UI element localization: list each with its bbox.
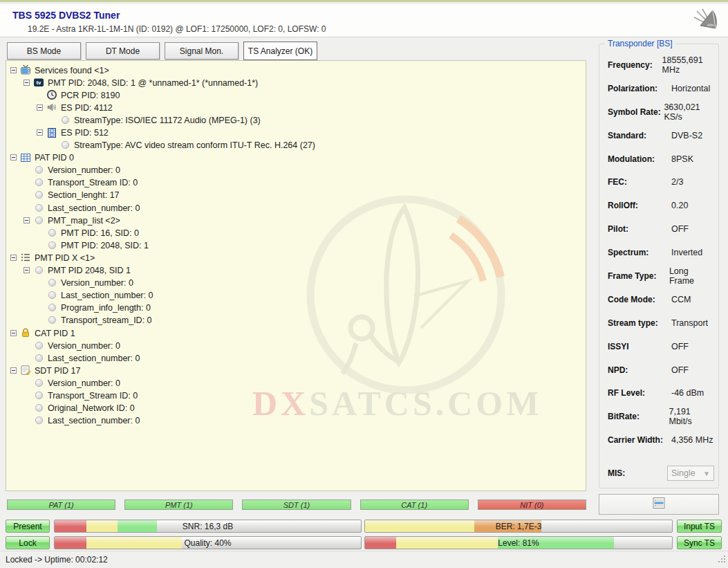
tree-row-label: Original_Network ID: 0 [48, 403, 135, 413]
mis-dropdown[interactable]: Single ▼ [667, 466, 714, 481]
field-value: Transport [671, 318, 708, 328]
tree-row[interactable]: PMT_map_list <2> [6, 214, 586, 226]
tree-collapse-box[interactable] [37, 129, 43, 136]
tree-row[interactable]: PMT PID 2048, SID 1 [6, 264, 586, 277]
tree-collapse-box[interactable] [10, 67, 17, 73]
film-icon [46, 127, 57, 138]
ball-icon [46, 302, 57, 313]
tree-row[interactable]: StreamType: ISO/IEC 11172 Audio (MPEG-1)… [6, 113, 586, 126]
tree-row[interactable]: PCR PID: 8190 [6, 89, 586, 101]
input-ts-button[interactable]: Input TS [677, 520, 722, 533]
transponder-field: RollOff:0.20 [608, 194, 714, 217]
ball-icon [33, 190, 44, 201]
tree-row-label: Last_section_number: 0 [48, 353, 140, 363]
ball-icon [33, 165, 44, 176]
tree-row[interactable]: Version_number: 0 [6, 164, 586, 176]
tree-row[interactable]: Last_section_number: 0 [6, 414, 586, 427]
tree-row[interactable]: Transport_Stream ID: 0 [6, 389, 586, 401]
svg-text:dvbs: dvbs [707, 24, 714, 27]
tree-row[interactable]: ES PID: 512 [6, 126, 586, 138]
tree-collapse-box[interactable] [24, 80, 30, 86]
transponder-field: NPD:OFF [608, 358, 714, 382]
tree-row-label: Last_section_number: 0 [48, 203, 140, 213]
tree-collapse-box[interactable] [10, 154, 17, 161]
tab-ts-analyzer-ok[interactable]: TS Analyzer (OK) [243, 42, 317, 60]
field-value: 18555,691 MHz [662, 55, 714, 75]
tree-row-label: CAT PID 1 [35, 328, 75, 338]
ball-icon [46, 290, 57, 301]
level-bar: Level: 81% [364, 536, 673, 549]
resize-grip[interactable] [718, 553, 726, 566]
tree-row-label: Last_section_number: 0 [61, 290, 153, 300]
tree-row[interactable]: Last_section_number: 0 [6, 351, 586, 364]
field-label: FEC: [608, 177, 671, 187]
tree-row[interactable]: SDT PID 17 [6, 364, 586, 376]
sync-ts-button[interactable]: Sync TS [677, 536, 722, 549]
ball-icon [46, 227, 57, 238]
tree-row[interactable]: Version_number: 0 [6, 376, 586, 389]
ball-icon [33, 214, 44, 226]
tv-icon [20, 64, 31, 75]
tree-row[interactable]: Section_lenght: 17 [6, 189, 586, 201]
tree-row[interactable]: Services found <1> [6, 64, 586, 76]
tree-row[interactable]: PMT PID: 16, SID: 0 [6, 226, 586, 239]
lock-icon [20, 327, 31, 338]
tab-signal-mon[interactable]: Signal Mon. [165, 42, 239, 59]
field-label: Modulation: [608, 154, 671, 164]
field-value: 4,356 MHz [671, 435, 713, 445]
tree-row-label: PMT PID X <1> [35, 253, 95, 263]
tree-row[interactable]: Version_number: 0 [6, 339, 586, 351]
transponder-fields: Frequency:18555,691 MHzPolarization:Hori… [608, 53, 714, 452]
tree-row-label: ES PID: 512 [61, 127, 109, 138]
tree-row[interactable]: Transport_stream_ID: 0 [6, 314, 586, 327]
tree-row-label: PMT PID: 2048, SID: 1 @ *unnamed-1* (*un… [48, 77, 258, 88]
field-value: 8PSK [671, 154, 693, 164]
tree-collapse-box[interactable] [37, 104, 43, 111]
field-label: Spectrum: [608, 248, 671, 257]
field-value: Long Frame [669, 266, 714, 286]
tab-bs-mode[interactable]: BS Mode [7, 42, 81, 59]
tree-collapse-box[interactable] [24, 217, 30, 223]
tree-row[interactable]: PMT PID X <1> [6, 251, 586, 264]
tree-row[interactable]: PMT PID: 2048, SID: 1 [6, 239, 586, 251]
field-label: Frequency: [608, 60, 662, 70]
present-status-badge: Present [6, 520, 50, 533]
tree-row-label: PMT PID 2048, SID 1 [48, 265, 131, 275]
field-value: Inverted [671, 248, 702, 257]
tree-row[interactable]: Version_number: 0 [6, 277, 586, 289]
tree-collapse-box[interactable] [10, 255, 17, 261]
tab-dt-mode[interactable]: DT Mode [86, 42, 160, 59]
tree-row[interactable]: Last_section_number: 0 [6, 289, 586, 302]
level-bar-text: Level: 81% [365, 537, 672, 549]
speaker-icon [46, 102, 57, 113]
ber-bar-text: BER: 1,7E-3 [365, 520, 672, 532]
field-value: 0.20 [671, 201, 688, 210]
tree-row[interactable]: Program_info_length: 0 [6, 302, 586, 314]
field-value: 2/3 [671, 177, 683, 187]
ts-list-button[interactable] [599, 494, 719, 515]
ball-icon [33, 390, 44, 401]
field-label: Polarization: [608, 84, 671, 93]
quality-bar: Quality: 40% [54, 536, 362, 549]
transponder-field: Frequency:18555,691 MHz [608, 53, 714, 77]
tree-row[interactable]: Transport_Stream ID: 0 [6, 176, 586, 189]
tree-row-label: Version_number: 0 [48, 378, 120, 388]
tree-row-label: PMT_map_list <2> [48, 215, 120, 226]
transponder-field: Modulation:8PSK [608, 147, 714, 171]
field-label: Frame Type: [608, 271, 669, 281]
tree-collapse-box[interactable] [24, 267, 30, 273]
tree-row[interactable]: StreamType: AVC video stream conform ITU… [6, 139, 586, 152]
tree-row[interactable]: PAT PID 0 [6, 152, 586, 164]
listview-icon [651, 497, 666, 512]
tree-row[interactable]: CAT PID 1 [6, 327, 586, 339]
tree-collapse-box[interactable] [10, 367, 17, 374]
tree-row[interactable]: ES PID: 4112 [6, 101, 586, 113]
transponder-subtitle: 19.2E - Astra 1KR-1L-1M-1N (ID: 0192) @ … [28, 24, 326, 34]
tree-collapse-box[interactable] [10, 330, 17, 336]
tree-row[interactable]: tvPMT PID: 2048, SID: 1 @ *unnamed-1* (*… [6, 76, 586, 89]
transponder-field: Stream type:Transport [608, 311, 714, 335]
ball-icon [46, 315, 57, 326]
tree-row[interactable]: Last_section_number: 0 [6, 201, 586, 214]
grid-icon [20, 152, 31, 163]
tree-row[interactable]: Original_Network ID: 0 [6, 402, 586, 414]
